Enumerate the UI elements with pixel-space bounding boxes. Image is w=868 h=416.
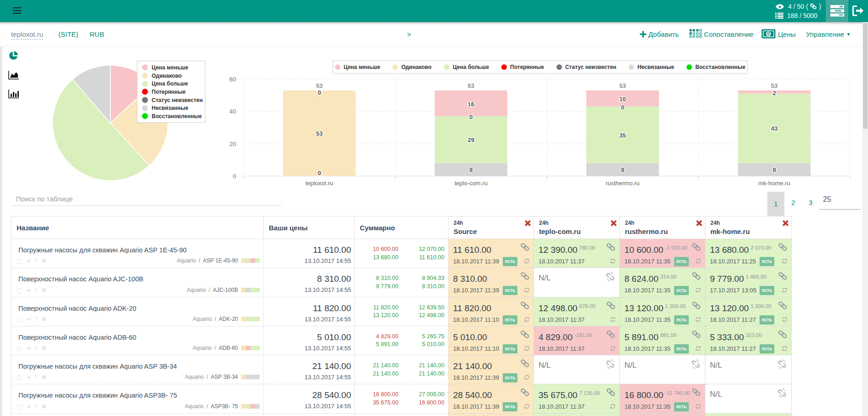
svg-text:8: 8 <box>772 166 776 173</box>
svg-text:53: 53 <box>468 82 474 89</box>
svg-text:53: 53 <box>619 82 626 89</box>
svg-text:mk-home.ru: mk-home.ru <box>758 180 790 187</box>
svg-text:0: 0 <box>318 170 321 177</box>
svg-text:0: 0 <box>469 114 472 120</box>
svg-text:43: 43 <box>771 125 777 132</box>
svg-text:0: 0 <box>621 104 624 111</box>
svg-text:8: 8 <box>621 166 624 173</box>
svg-text:10: 10 <box>619 96 626 103</box>
svg-text:53: 53 <box>316 130 323 137</box>
svg-text:29: 29 <box>468 137 474 143</box>
svg-text:0: 0 <box>233 173 236 180</box>
svg-text:teploxot.ru: teploxot.ru <box>306 180 334 187</box>
svg-text:8: 8 <box>469 166 472 173</box>
svg-text:20: 20 <box>229 141 236 148</box>
svg-text:0: 0 <box>318 89 321 96</box>
svg-text:rusthermo.ru: rusthermo.ru <box>606 180 640 187</box>
svg-text:16: 16 <box>468 101 474 108</box>
svg-text:0: 0 <box>767 31 770 36</box>
svg-text:53: 53 <box>771 82 777 89</box>
svg-text:40: 40 <box>229 108 236 115</box>
svg-text:35: 35 <box>619 132 626 139</box>
svg-text:teplo-com.ru: teplo-com.ru <box>454 180 488 187</box>
svg-text:2: 2 <box>772 90 776 97</box>
svg-text:60: 60 <box>229 76 236 83</box>
svg-text:53: 53 <box>316 82 323 89</box>
